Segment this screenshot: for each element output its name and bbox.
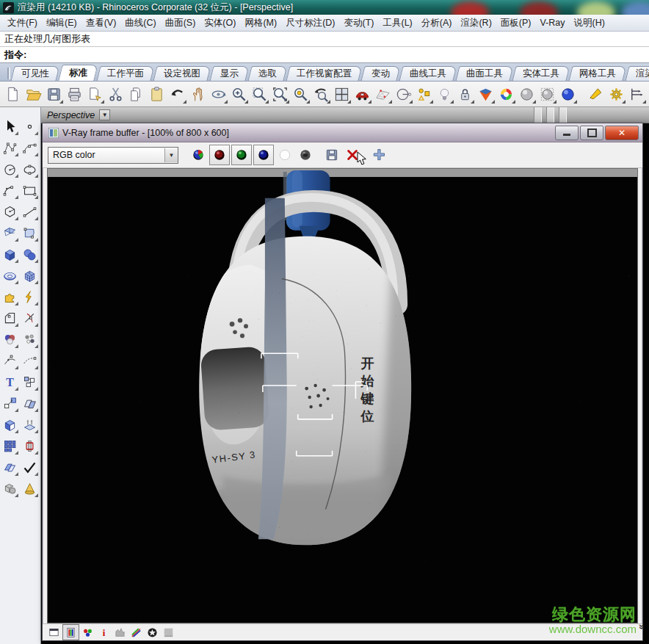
toolbar-zoom-selected-icon[interactable] <box>290 84 311 104</box>
viewport-tab-perspective[interactable]: Perspective ▼ <box>47 109 110 120</box>
tab-mesh-tools[interactable]: 网格工具 <box>568 66 626 81</box>
vray-sphere-green-icon[interactable] <box>231 145 252 165</box>
sidebar-boolean-icon[interactable] <box>0 478 20 499</box>
menu-view[interactable]: 查看(V) <box>81 15 121 31</box>
toolbar-zoom-extents-icon[interactable] <box>269 84 290 104</box>
toolbar-print-icon[interactable] <box>64 84 84 104</box>
sidebar-blocks-icon[interactable] <box>20 372 40 392</box>
maximize-button[interactable] <box>580 126 603 140</box>
sidebar-mesh-box-icon[interactable] <box>20 265 40 286</box>
sidebar-hatch-icon[interactable] <box>20 393 40 413</box>
vray-clear-x-icon[interactable] <box>343 145 362 164</box>
sidebar-color-dots-icon[interactable] <box>20 329 40 350</box>
sidebar-scale-icon[interactable] <box>0 393 20 413</box>
sidebar-srf-patch-icon[interactable] <box>0 222 20 243</box>
toolbar-lock-icon[interactable] <box>454 84 475 104</box>
menu-help[interactable]: 说明(H) <box>570 15 609 31</box>
tab-visibility[interactable]: 可见性 <box>11 66 59 81</box>
toolbar-osnap-shapes-icon[interactable] <box>413 84 434 104</box>
vray-sphere-red-icon[interactable] <box>209 145 230 165</box>
menu-surface[interactable]: 曲面(S) <box>161 15 200 31</box>
tab-transform[interactable]: 变动 <box>360 66 400 81</box>
sidebar-solid-edit-icon[interactable] <box>0 414 20 435</box>
toolbar-named-views-car-icon[interactable] <box>352 84 372 104</box>
sidebar-point-icon[interactable] <box>20 116 40 137</box>
vray-crosshair-icon[interactable] <box>369 145 388 164</box>
menu-panels[interactable]: 面板(P) <box>496 15 536 31</box>
vray-circle-dark-icon[interactable] <box>296 145 315 164</box>
menu-vray[interactable]: V-Ray <box>535 16 569 29</box>
sidebar-polyline-icon[interactable] <box>0 137 20 158</box>
sidebar-array-icon[interactable] <box>0 435 20 456</box>
channel-select-dropdown[interactable]: RGB color ▼ <box>48 147 178 164</box>
sidebar-spheres-icon[interactable] <box>20 244 40 264</box>
close-button[interactable]: ✕ <box>605 126 639 140</box>
menu-curve[interactable]: 曲线(C) <box>120 15 160 31</box>
toolbar-dimension-icon[interactable] <box>626 84 647 104</box>
sidebar-text-icon[interactable]: T <box>0 372 20 392</box>
sidebar-puzzle-icon[interactable] <box>0 286 20 307</box>
toolbar-zoom-window-icon[interactable] <box>249 84 269 104</box>
vray-bottom-aperture-icon[interactable] <box>145 625 160 640</box>
vray-bottom-info-i-icon[interactable]: i <box>96 625 112 640</box>
menu-analyze[interactable]: 分析(A) <box>417 15 457 31</box>
toolbar-light-icon[interactable] <box>434 84 454 104</box>
toolbar-rotate-view-icon[interactable] <box>208 84 228 104</box>
menu-dimension[interactable]: 尺寸标注(D) <box>281 15 339 31</box>
menu-mesh[interactable]: 网格(M) <box>240 15 281 31</box>
tab-display[interactable]: 显示 <box>209 66 249 81</box>
sidebar-line-icon[interactable] <box>20 201 40 222</box>
toolbar-copy-page-icon[interactable] <box>84 84 105 104</box>
vray-bottom-dither-icon[interactable] <box>161 625 176 640</box>
sidebar-dashed-crv-icon[interactable] <box>20 350 40 371</box>
vray-bottom-film-channels-icon[interactable] <box>62 624 79 640</box>
command-prompt-line[interactable]: 指令: <box>0 47 649 63</box>
sidebar-select-icon[interactable] <box>0 116 20 137</box>
menu-solid[interactable]: 实体(O) <box>200 15 240 31</box>
toolbar-pan-hand-icon[interactable] <box>187 84 208 104</box>
sidebar-torus-icon[interactable] <box>0 265 20 286</box>
tab-standard[interactable]: 标准 <box>58 65 98 81</box>
chevron-down-icon[interactable]: ▼ <box>164 148 178 162</box>
toolbar-open-file-icon[interactable] <box>23 84 43 104</box>
vray-save-floppy-icon[interactable] <box>322 145 341 164</box>
toolbar-save-file-icon[interactable] <box>43 84 64 104</box>
tab-viewport-layout[interactable]: 工作视窗配置 <box>286 66 362 81</box>
toolbar-four-viewports-icon[interactable] <box>331 84 352 104</box>
overflow-chevron-icon[interactable]: » <box>637 624 648 629</box>
tab-set-view[interactable]: 设定视图 <box>153 66 211 81</box>
chevron-down-icon[interactable]: ▼ <box>99 109 110 120</box>
toolbar-render-icon[interactable] <box>516 84 537 104</box>
menu-edit[interactable]: 编辑(E) <box>42 15 81 31</box>
sidebar-explode-icon[interactable] <box>20 286 40 307</box>
sidebar-circle-icon[interactable] <box>0 159 20 179</box>
tab-select[interactable]: 选取 <box>247 66 287 81</box>
sidebar-handle-crv-icon[interactable] <box>0 350 20 371</box>
toolbar-zoom-in-icon[interactable] <box>228 84 249 104</box>
sidebar-polygon-icon[interactable] <box>0 201 20 222</box>
toolbar-render-region-icon[interactable] <box>537 84 557 104</box>
toolbar-gear-options-icon[interactable] <box>606 84 626 104</box>
toolbar-mesh-settings-icon[interactable] <box>372 84 393 104</box>
vray-bottom-curve-rgb-icon[interactable] <box>128 625 144 640</box>
menu-file[interactable]: 文件(F) <box>3 15 42 31</box>
menu-transform[interactable]: 变动(T) <box>340 15 379 31</box>
toolbar-color-wheel-icon[interactable] <box>496 84 516 104</box>
sidebar-rectangle-icon[interactable] <box>20 180 40 200</box>
toolbar-view-undo-icon[interactable] <box>311 84 331 104</box>
toolbar-paste-icon[interactable] <box>146 84 167 104</box>
tab-curve-tools[interactable]: 曲线工具 <box>399 66 457 81</box>
menu-tools[interactable]: 工具(L) <box>378 15 416 31</box>
sidebar-box-icon[interactable] <box>0 244 20 264</box>
vray-bottom-rgb-dots-icon[interactable] <box>80 625 95 640</box>
vray-bottom-histogram-icon[interactable] <box>112 625 128 640</box>
vray-circle-white-icon[interactable] <box>275 145 294 164</box>
toolbar-undo-icon[interactable] <box>167 84 187 104</box>
sidebar-clamp-icon[interactable] <box>20 435 40 456</box>
tab-surface-tools[interactable]: 曲面工具 <box>455 66 513 81</box>
toolbar-render-blue-icon[interactable] <box>557 84 578 104</box>
render-canvas[interactable]: YH-SY 3 开 始 键 位 <box>47 168 638 623</box>
sidebar-check-icon[interactable] <box>20 457 40 477</box>
sidebar-colors-icon[interactable] <box>0 329 20 350</box>
tab-solid-tools[interactable]: 实体工具 <box>512 66 570 81</box>
